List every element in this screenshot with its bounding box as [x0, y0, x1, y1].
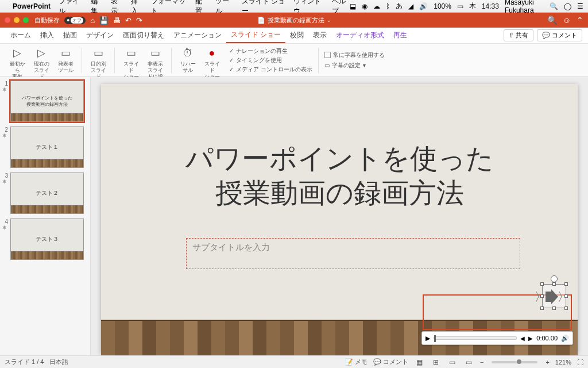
bluetooth-icon[interactable]: ᛒ: [386, 2, 390, 10]
resize-handle[interactable]: [552, 282, 556, 286]
tab-audio-format[interactable]: オーディオ形式: [331, 28, 389, 43]
share-button[interactable]: ⇧共有: [504, 29, 533, 41]
thumbnail-3[interactable]: テスト２: [10, 172, 84, 214]
slide-canvas[interactable]: パワーポイントを使った 授業動画の録画方法 サブタイトルを入力 〉〉〉 ▶ ◀: [91, 77, 588, 355]
evernote-icon[interactable]: ◉: [362, 2, 368, 10]
presenter-view-button[interactable]: ▭発表者 ツール: [54, 46, 77, 75]
thumbnail-panel[interactable]: 1✱ パワーポイントを使った 授業動画の録画方法 2✱ テスト１ 3✱ テスト２…: [0, 77, 91, 355]
zoom-in-button[interactable]: +: [546, 359, 549, 366]
slide-position[interactable]: スライド 1 / 4: [5, 358, 44, 366]
search-icon[interactable]: 🔍: [547, 16, 557, 25]
play-button[interactable]: ▶: [425, 335, 430, 342]
zoom-level[interactable]: 121%: [555, 359, 571, 366]
resize-handle[interactable]: [564, 306, 568, 310]
normal-view-button[interactable]: ▦: [414, 357, 425, 367]
thumbnail-4[interactable]: テスト３: [10, 218, 84, 260]
subtitle-settings-button[interactable]: ▭字幕の設定▾: [324, 62, 385, 70]
tab-animations[interactable]: アニメーション: [169, 28, 226, 43]
undo-icon[interactable]: ↶: [125, 16, 131, 25]
setup-icon: ▭: [126, 47, 136, 60]
notifications-icon[interactable]: ☰: [577, 2, 583, 10]
subtitle-placeholder[interactable]: サブタイトルを入力: [186, 238, 520, 269]
clock-time: 14:33: [482, 2, 499, 10]
smile-icon[interactable]: ☺: [563, 16, 571, 25]
minimize-window-button[interactable]: [14, 17, 20, 23]
always-subtitles-checkbox[interactable]: 常に字幕を使用する: [324, 51, 385, 59]
doc-title[interactable]: 授業動画の録画方法: [268, 16, 324, 25]
print-icon[interactable]: 🖶: [113, 16, 121, 25]
volume-icon[interactable]: 🔊: [419, 2, 428, 10]
tab-review[interactable]: 校閲: [285, 28, 308, 43]
thumbnail-1[interactable]: パワーポイントを使った 授業動画の録画方法: [10, 80, 84, 122]
fullscreen-window-button[interactable]: [23, 17, 29, 23]
resize-handle[interactable]: [564, 294, 568, 298]
skip-back-button[interactable]: ◀: [520, 335, 525, 342]
ime-icon[interactable]: あ: [396, 1, 403, 11]
audio-scrubber[interactable]: [434, 336, 517, 340]
save-icon[interactable]: 💾: [99, 16, 109, 25]
spotlight-icon[interactable]: 🔍: [550, 2, 558, 10]
chevron-down-icon[interactable]: ⌄: [327, 17, 331, 23]
siri-icon[interactable]: ◯: [564, 2, 571, 10]
autosave-toggle[interactable]: ●オフ: [64, 17, 86, 24]
play-start-icon: ▷: [13, 47, 21, 60]
tab-insert[interactable]: 挿入: [36, 28, 59, 43]
notes-button[interactable]: 📝 メモ: [345, 358, 368, 366]
comments-button[interactable]: 💬コメント: [537, 29, 582, 41]
resize-handle[interactable]: [564, 282, 568, 286]
slideshow-view-button[interactable]: ▭: [463, 357, 474, 367]
cloud-icon[interactable]: ☁: [373, 2, 380, 10]
tab-transitions[interactable]: 画面切り替え: [118, 28, 169, 43]
chevron-up-icon[interactable]: ⌃: [577, 16, 583, 25]
tab-playback[interactable]: 再生: [389, 28, 412, 43]
tab-design[interactable]: デザイン: [82, 28, 118, 43]
volume-button[interactable]: 🔊: [561, 335, 569, 342]
dropbox-icon[interactable]: ⬓: [350, 2, 356, 10]
narration-checkbox[interactable]: ✓ナレーションの再生: [229, 47, 312, 55]
zoom-slider[interactable]: [492, 361, 537, 363]
language-indicator[interactable]: 日本語: [49, 358, 68, 366]
reading-view-button[interactable]: ▭: [447, 357, 458, 367]
sorter-view-button[interactable]: ⊞: [431, 357, 441, 367]
tab-draw[interactable]: 描画: [59, 28, 82, 43]
rehearse-icon: ⏱: [183, 47, 193, 60]
animation-star-icon: ✱: [2, 179, 8, 185]
app-name[interactable]: PowerPoint: [13, 2, 51, 10]
speaker-icon: 〉〉〉: [535, 289, 569, 305]
home-icon[interactable]: ⌂: [90, 16, 95, 25]
resize-handle[interactable]: [540, 306, 544, 310]
thumb-number: 1: [2, 80, 8, 87]
close-window-button[interactable]: [5, 17, 10, 23]
statusbar: スライド 1 / 4 日本語 📝 メモ 💬 コメント ▦ ⊞ ▭ ▭ − + 1…: [0, 355, 588, 368]
comments-button[interactable]: 💬 コメント: [373, 358, 408, 366]
media-controls-checkbox[interactable]: ✓メディア コントロールの表示: [229, 66, 312, 74]
ribbon-tabstrip: ホーム 挿入 描画 デザイン 画面切り替え アニメーション スライド ショー 校…: [0, 28, 588, 44]
resize-handle[interactable]: [552, 306, 556, 310]
tab-home[interactable]: ホーム: [6, 28, 36, 43]
clock-day: 木: [469, 1, 476, 11]
tab-slideshow[interactable]: スライド ショー: [226, 28, 285, 43]
redo-icon[interactable]: ↷: [136, 16, 142, 25]
rehearse-button[interactable]: ⏱リハーサル: [176, 46, 199, 75]
skip-forward-button[interactable]: ▶: [528, 335, 533, 342]
rotate-handle[interactable]: [551, 275, 558, 282]
doc-icon: 📄: [257, 17, 265, 24]
tab-view[interactable]: 表示: [308, 28, 331, 43]
wifi-icon[interactable]: ◢: [408, 2, 413, 10]
slide[interactable]: パワーポイントを使った 授業動画の録画方法 サブタイトルを入力 〉〉〉 ▶ ◀: [101, 84, 578, 353]
slide-title[interactable]: パワーポイントを使った 授業動画の録画方法: [136, 141, 543, 210]
zoom-out-button[interactable]: −: [480, 359, 483, 366]
presenter-icon: ▭: [61, 47, 71, 60]
resize-handle[interactable]: [540, 282, 544, 286]
resize-handle[interactable]: [540, 294, 544, 298]
audio-object[interactable]: 〉〉〉: [542, 284, 566, 308]
battery-icon[interactable]: ▭: [457, 2, 463, 10]
comment-icon: 💬: [542, 32, 550, 39]
fit-to-window-button[interactable]: ⛶: [577, 359, 583, 366]
subtitle-icon: ▭: [324, 62, 330, 68]
play-from-start-button[interactable]: ▷最初から 再生: [6, 46, 29, 80]
record-icon: ●: [209, 47, 215, 60]
user-name[interactable]: Masayuki Fukuhara: [505, 0, 544, 14]
timing-checkbox[interactable]: ✓タイミングを使用: [229, 56, 312, 64]
thumbnail-2[interactable]: テスト１: [10, 126, 84, 168]
